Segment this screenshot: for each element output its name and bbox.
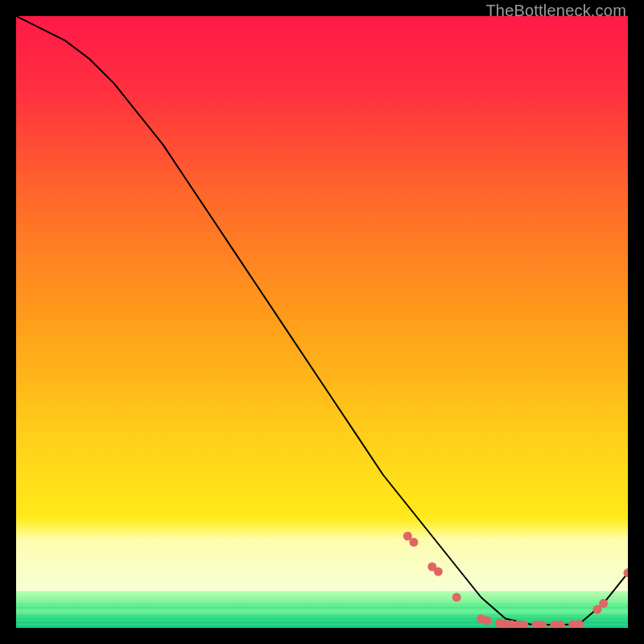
bottleneck-chart	[16, 16, 628, 628]
data-point	[410, 538, 419, 547]
plot-area	[16, 16, 628, 628]
data-point	[452, 593, 461, 602]
data-point	[483, 616, 492, 625]
svg-rect-1	[16, 518, 628, 591]
gradient-background	[16, 16, 628, 628]
data-point	[434, 568, 443, 576]
data-point	[599, 599, 608, 608]
chart-stage: TheBottleneck.com	[0, 0, 644, 644]
